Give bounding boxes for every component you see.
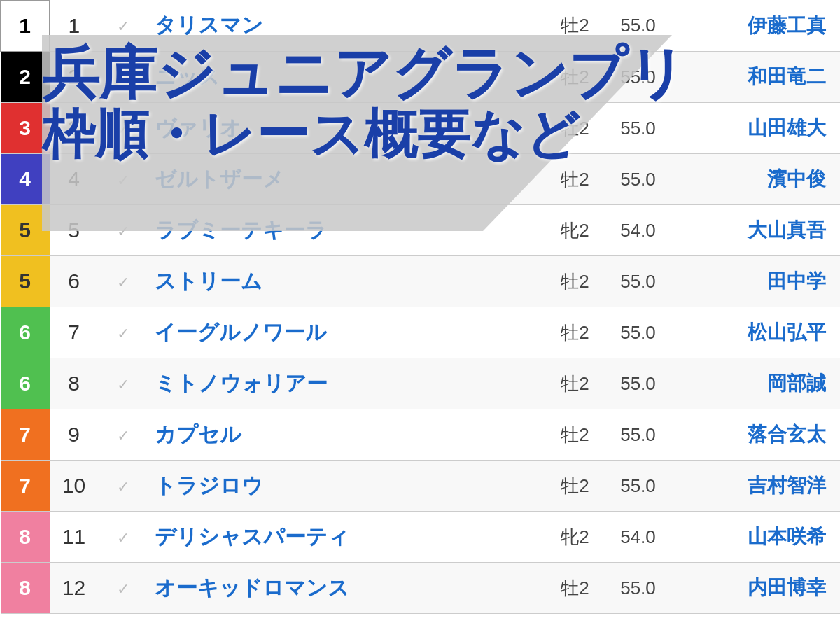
table-row: 5 5 ✓ ラブミーテキーラ 牝2 54.0 大山真吾 [1,205,841,256]
table-row: 5 6 ✓ ストリーム 牡2 55.0 田中学 [1,256,841,307]
horse-name-cell: ミトノウォリアー [148,358,547,410]
number-cell: 5 [50,205,99,256]
check-icon: ✓ [117,69,130,87]
sex-cell: 牡2 [547,410,603,461]
check-icon: ✓ [117,529,130,547]
frame-cell: 5 [1,205,50,256]
check-icon: ✓ [117,580,130,598]
table-row: 7 9 ✓ カプセル 牡2 55.0 落合玄太 [1,410,841,461]
jockey-cell: 内田博幸 [673,563,840,614]
horse-name-cell: カプセル [148,410,547,461]
check-icon: ✓ [117,478,130,496]
weight-cell: 54.0 [603,512,673,563]
jockey-cell: 伊藤工真 [673,1,840,52]
sex-cell: 牡2 [547,358,603,410]
weight-cell: 55.0 [603,256,673,307]
sex-cell: 牡2 [547,307,603,358]
weight-cell: 55.0 [603,410,673,461]
number-cell: 11 [50,512,99,563]
race-table: 1 1 ✓ タリスマン 牡2 55.0 伊藤工真 2 2 ✓ ニッス 牡2 55… [0,0,840,614]
sex-cell: 牡2 [547,256,603,307]
weight-cell: 54.0 [603,205,673,256]
frame-cell: 4 [1,154,50,205]
table-row: 6 8 ✓ ミトノウォリアー 牡2 55.0 岡部誠 [1,358,841,410]
jockey-cell: 田中学 [673,256,840,307]
sex-cell: 牡2 [547,154,603,205]
frame-cell: 7 [1,410,50,461]
number-cell: 10 [50,461,99,512]
table-row: 1 1 ✓ タリスマン 牡2 55.0 伊藤工真 [1,1,841,52]
check-icon: ✓ [117,325,130,342]
number-cell: 12 [50,563,99,614]
table-row: 7 10 ✓ トラジロウ 牡2 55.0 吉村智洋 [1,461,841,512]
frame-cell: 7 [1,461,50,512]
horse-name-cell: イーグルノワール [148,307,547,358]
check-cell: ✓ [99,1,148,52]
horse-name-cell: タリスマン [148,1,547,52]
weight-cell: 55.0 [603,52,673,103]
jockey-cell: 山田雄大 [673,103,840,154]
sex-cell: 牡2 [547,52,603,103]
weight-cell: 55.0 [603,563,673,614]
check-icon: ✓ [117,120,130,138]
horse-name-cell: ニッス [148,52,547,103]
check-cell: ✓ [99,358,148,410]
jockey-cell: 山本咲希 [673,512,840,563]
check-cell: ✓ [99,410,148,461]
check-cell: ✓ [99,103,148,154]
number-cell: 4 [50,154,99,205]
table-row: 4 4 ✓ ゼルトザーメ 牡2 55.0 濱中俊 [1,154,841,205]
frame-cell: 3 [1,103,50,154]
jockey-cell: 濱中俊 [673,154,840,205]
number-cell: 3 [50,103,99,154]
check-cell: ✓ [99,205,148,256]
check-cell: ✓ [99,154,148,205]
race-table-container: 1 1 ✓ タリスマン 牡2 55.0 伊藤工真 2 2 ✓ ニッス 牡2 55… [0,0,840,630]
frame-cell: 6 [1,307,50,358]
frame-cell: 6 [1,358,50,410]
horse-name-cell: ラブミーテキーラ [148,205,547,256]
weight-cell: 55.0 [603,1,673,52]
frame-cell: 5 [1,256,50,307]
sex-cell: 牝2 [547,512,603,563]
check-icon: ✓ [117,427,130,444]
check-icon: ✓ [117,274,130,291]
sex-cell: 牝2 [547,205,603,256]
sex-cell: 牡2 [547,563,603,614]
number-cell: 7 [50,307,99,358]
check-cell: ✓ [99,461,148,512]
weight-cell: 55.0 [603,307,673,358]
jockey-cell: 岡部誠 [673,358,840,410]
number-cell: 9 [50,410,99,461]
check-cell: ✓ [99,307,148,358]
jockey-cell: 松山弘平 [673,307,840,358]
number-cell: 2 [50,52,99,103]
check-icon: ✓ [117,18,130,35]
jockey-cell: 落合玄太 [673,410,840,461]
check-icon: ✓ [117,376,130,393]
table-row: 8 12 ✓ オーキッドロマンス 牡2 55.0 内田博幸 [1,563,841,614]
frame-cell: 2 [1,52,50,103]
sex-cell: 牡2 [547,1,603,52]
horse-name-cell: ヴァリオ [148,103,547,154]
table-row: 8 11 ✓ デリシャスパーティ 牝2 54.0 山本咲希 [1,512,841,563]
number-cell: 8 [50,358,99,410]
check-icon: ✓ [117,223,130,240]
horse-name-cell: デリシャスパーティ [148,512,547,563]
table-row: 2 2 ✓ ニッス 牡2 55.0 和田竜二 [1,52,841,103]
sex-cell: 牡2 [547,461,603,512]
frame-cell: 8 [1,512,50,563]
check-cell: ✓ [99,563,148,614]
horse-name-cell: オーキッドロマンス [148,563,547,614]
weight-cell: 55.0 [603,154,673,205]
sex-cell: 牡2 [547,103,603,154]
frame-cell: 8 [1,563,50,614]
frame-cell: 1 [1,1,50,52]
check-cell: ✓ [99,512,148,563]
table-row: 3 3 ✓ ヴァリオ 牡2 55.0 山田雄大 [1,103,841,154]
weight-cell: 55.0 [603,461,673,512]
number-cell: 6 [50,256,99,307]
horse-name-cell: ストリーム [148,256,547,307]
weight-cell: 55.0 [603,103,673,154]
horse-name-cell: トラジロウ [148,461,547,512]
